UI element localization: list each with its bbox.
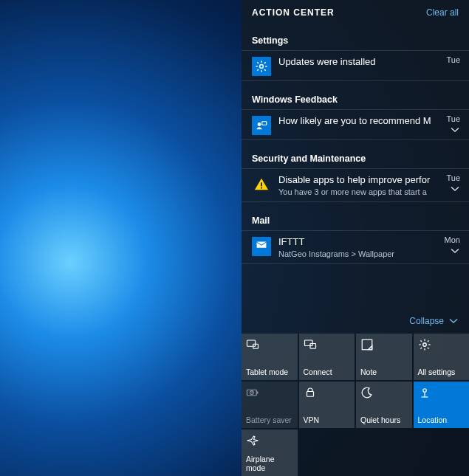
svg-line-7	[257, 69, 259, 71]
tile-label: Location	[418, 415, 465, 424]
quick-action-airplane-mode[interactable]: Airplane mode	[242, 430, 298, 476]
quick-action-tiles: Tablet modeConnectNoteAll settingsBatter…	[242, 334, 469, 476]
svg-rect-14	[247, 340, 256, 346]
notification-title: How likely are you to recommend M	[278, 114, 434, 128]
notification-time: Tue	[446, 55, 460, 64]
svg-line-6	[264, 69, 266, 71]
feedback-icon	[252, 116, 271, 135]
quick-action-note[interactable]: Note	[356, 334, 412, 380]
tablet-icon	[246, 338, 259, 351]
quick-action-all-settings[interactable]: All settings	[414, 334, 470, 380]
collapse-toggle[interactable]: Collapse	[242, 310, 469, 334]
quick-action-location[interactable]: Location	[414, 382, 470, 428]
notification-list: SettingsUpdates were installedTueWindows…	[242, 22, 469, 310]
quick-action-connect[interactable]: Connect	[299, 334, 355, 380]
notification-meta: Tue	[437, 55, 465, 64]
notification-time: Tue	[446, 114, 460, 123]
svg-rect-29	[257, 392, 259, 394]
svg-rect-16	[304, 340, 312, 346]
notification-title: Disable apps to help improve perfor	[278, 173, 434, 187]
notification-meta: Mon	[437, 235, 465, 256]
vpn-icon	[304, 386, 317, 399]
svg-point-9	[258, 123, 261, 126]
group-header[interactable]: Security and Maintenance	[242, 140, 469, 169]
tile-label: Battery saver	[246, 415, 293, 424]
svg-rect-12	[261, 187, 262, 189]
gear-icon	[252, 57, 271, 76]
warning-icon	[252, 175, 271, 194]
notification-item[interactable]: Updates were installedTue	[242, 51, 469, 81]
notification-subtitle: You have 3 or more new apps that start a	[278, 187, 434, 197]
tile-label: Tablet mode	[246, 368, 293, 376]
clear-all-link[interactable]: Clear all	[426, 7, 459, 18]
chevron-down-icon[interactable]	[450, 125, 460, 135]
tile-label: Quiet hours	[360, 415, 408, 424]
svg-line-5	[257, 62, 259, 63]
notification-item[interactable]: IFTTTNatGeo Instagrams > WallpaperMon	[242, 231, 469, 264]
group-header[interactable]: Windows Feedback	[242, 81, 469, 110]
notification-title: Updates were installed	[278, 55, 434, 69]
panel-title: ACTION CENTER	[252, 7, 335, 18]
quick-action-tablet-mode[interactable]: Tablet mode	[242, 334, 298, 380]
notification-body: Disable apps to help improve perforYou h…	[278, 173, 437, 197]
chevron-down-icon[interactable]	[450, 246, 460, 256]
svg-line-25	[427, 348, 428, 349]
notification-time: Mon	[445, 235, 460, 244]
svg-line-24	[420, 340, 422, 342]
svg-rect-10	[262, 122, 267, 125]
notification-item[interactable]: Disable apps to help improve perforYou h…	[242, 169, 469, 202]
svg-rect-31	[307, 392, 313, 397]
location-icon	[418, 386, 431, 399]
tile-label: Note	[360, 368, 408, 376]
connect-icon	[304, 338, 317, 351]
notification-body: How likely are you to recommend M	[278, 114, 437, 128]
tile-label: VPN	[304, 415, 351, 424]
notification-body: IFTTTNatGeo Instagrams > Wallpaper	[278, 235, 437, 259]
mail-icon	[252, 237, 271, 256]
notification-body: Updates were installed	[278, 55, 437, 69]
chevron-down-icon	[448, 316, 459, 326]
svg-point-19	[422, 343, 426, 347]
chevron-down-icon[interactable]	[450, 184, 460, 194]
collapse-label: Collapse	[409, 316, 444, 326]
quick-action-quiet-hours[interactable]: Quiet hours	[356, 382, 412, 428]
tile-label: All settings	[418, 368, 465, 376]
settings-icon	[418, 338, 431, 351]
airplane-icon	[246, 434, 259, 447]
action-center-panel: ACTION CENTER Clear all SettingsUpdates …	[242, 0, 469, 476]
svg-line-26	[420, 348, 422, 349]
panel-header: ACTION CENTER Clear all	[242, 0, 469, 22]
notification-time: Tue	[446, 173, 460, 182]
note-icon	[360, 338, 374, 351]
notification-item[interactable]: How likely are you to recommend MTue	[242, 110, 469, 140]
notification-title: IFTTT	[278, 235, 434, 249]
svg-line-27	[427, 340, 428, 342]
notification-subtitle: NatGeo Instagrams > Wallpaper	[278, 249, 434, 259]
battery-icon	[246, 386, 259, 399]
svg-rect-11	[261, 182, 262, 186]
quiet-icon	[360, 386, 374, 399]
notification-meta: Tue	[437, 114, 465, 135]
quick-action-battery-saver[interactable]: Battery saver	[242, 382, 298, 428]
svg-line-8	[264, 62, 266, 63]
group-header[interactable]: Settings	[242, 22, 469, 51]
tile-label: Connect	[304, 368, 351, 376]
quick-action-vpn[interactable]: VPN	[299, 382, 355, 428]
tile-label: Airplane mode	[246, 455, 293, 472]
svg-point-0	[260, 65, 264, 69]
notification-meta: Tue	[437, 173, 465, 194]
group-header[interactable]: Mail	[242, 202, 469, 231]
svg-point-32	[422, 389, 426, 393]
